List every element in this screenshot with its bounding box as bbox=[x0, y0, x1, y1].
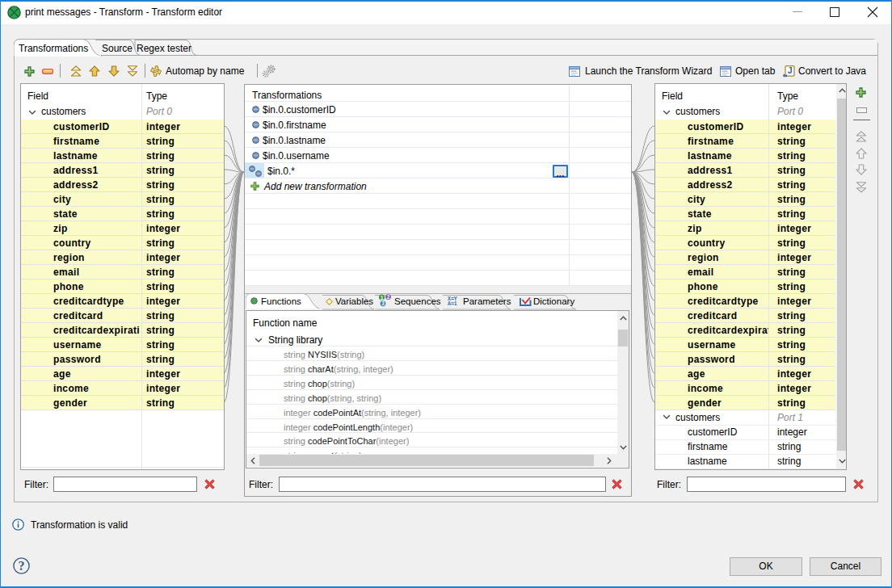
svg-text:J: J bbox=[788, 65, 793, 75]
svg-text:3: 3 bbox=[381, 300, 385, 306]
svg-text:A=1: A=1 bbox=[448, 301, 457, 306]
svg-text:?: ? bbox=[19, 559, 25, 573]
svg-text:2: 2 bbox=[387, 294, 390, 300]
svg-text:1: 1 bbox=[381, 295, 384, 300]
